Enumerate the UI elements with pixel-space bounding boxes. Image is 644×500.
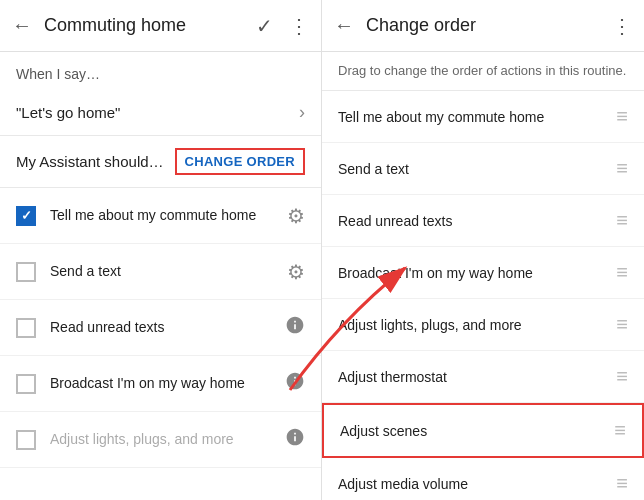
action-checkbox[interactable]	[16, 430, 36, 450]
order-item-text: Adjust media volume	[338, 475, 608, 493]
order-item-text: Tell me about my commute home	[338, 108, 608, 126]
action-checkbox[interactable]	[16, 318, 36, 338]
drag-handle-icon[interactable]: ≡	[616, 472, 628, 495]
drag-handle-icon[interactable]: ≡	[616, 261, 628, 284]
chevron-right-icon: ›	[299, 102, 305, 123]
order-item[interactable]: Send a text≡	[322, 143, 644, 195]
drag-handle-icon[interactable]: ≡	[616, 313, 628, 336]
action-item: Read unread texts	[0, 300, 321, 356]
order-item-text: Send a text	[338, 160, 608, 178]
action-checkbox[interactable]	[16, 262, 36, 282]
order-item[interactable]: Adjust thermostat≡	[322, 351, 644, 403]
drag-handle-icon[interactable]: ≡	[616, 365, 628, 388]
when-label: When I say…	[0, 52, 321, 90]
assistant-label: My Assistant should…	[16, 153, 175, 170]
drag-handle-icon[interactable]: ≡	[614, 419, 626, 442]
voice-trigger-row[interactable]: "Let's go home" ›	[0, 90, 321, 136]
order-item[interactable]: Broadcast I'm on my way home≡	[322, 247, 644, 299]
action-checkbox[interactable]	[16, 206, 36, 226]
action-list: Tell me about my commute home⚙Send a tex…	[0, 188, 321, 500]
header-actions: ✓ ⋮	[256, 14, 309, 38]
order-item[interactable]: Adjust lights, plugs, and more≡	[322, 299, 644, 351]
gear-icon[interactable]: ⚙	[287, 260, 305, 284]
order-item-text: Read unread texts	[338, 212, 608, 230]
order-item-text: Broadcast I'm on my way home	[338, 264, 608, 282]
drag-handle-icon[interactable]: ≡	[616, 209, 628, 232]
assistant-header: My Assistant should… CHANGE ORDER	[0, 136, 321, 188]
order-item[interactable]: Adjust media volume≡	[322, 458, 644, 500]
info-icon[interactable]	[285, 315, 305, 340]
action-text: Adjust lights, plugs, and more	[50, 430, 277, 448]
info-icon[interactable]	[285, 371, 305, 396]
drag-handle-icon[interactable]: ≡	[616, 157, 628, 180]
right-header: ← Change order ⋮	[322, 0, 644, 52]
action-text: Broadcast I'm on my way home	[50, 374, 277, 392]
action-item: Send a text⚙	[0, 244, 321, 300]
right-more-options-icon[interactable]: ⋮	[612, 14, 632, 38]
action-text: Read unread texts	[50, 318, 277, 336]
drag-handle-icon[interactable]: ≡	[616, 105, 628, 128]
left-header: ← Commuting home ✓ ⋮	[0, 0, 321, 52]
order-item[interactable]: Adjust scenes≡	[322, 403, 644, 458]
action-checkbox[interactable]	[16, 374, 36, 394]
action-item: Tell me about my commute home⚙	[0, 188, 321, 244]
left-panel: ← Commuting home ✓ ⋮ When I say… "Let's …	[0, 0, 322, 500]
page-title: Commuting home	[44, 15, 256, 36]
right-description: Drag to change the order of actions in t…	[322, 52, 644, 91]
info-icon[interactable]	[285, 427, 305, 452]
back-icon[interactable]: ←	[12, 14, 32, 37]
order-item-text: Adjust lights, plugs, and more	[338, 316, 608, 334]
order-list: Tell me about my commute home≡Send a tex…	[322, 91, 644, 500]
right-panel: ← Change order ⋮ Drag to change the orde…	[322, 0, 644, 500]
order-item[interactable]: Read unread texts≡	[322, 195, 644, 247]
order-item-text: Adjust scenes	[340, 422, 606, 440]
action-item: Broadcast I'm on my way home	[0, 356, 321, 412]
right-back-icon[interactable]: ←	[334, 14, 354, 37]
order-item-text: Adjust thermostat	[338, 368, 608, 386]
check-icon[interactable]: ✓	[256, 14, 273, 38]
order-item[interactable]: Tell me about my commute home≡	[322, 91, 644, 143]
action-text: Tell me about my commute home	[50, 206, 279, 224]
action-text: Send a text	[50, 262, 279, 280]
gear-icon[interactable]: ⚙	[287, 204, 305, 228]
right-page-title: Change order	[366, 15, 612, 36]
voice-trigger-text: "Let's go home"	[16, 104, 299, 121]
change-order-button[interactable]: CHANGE ORDER	[175, 148, 306, 175]
more-options-icon[interactable]: ⋮	[289, 14, 309, 38]
action-item: Adjust lights, plugs, and more	[0, 412, 321, 468]
